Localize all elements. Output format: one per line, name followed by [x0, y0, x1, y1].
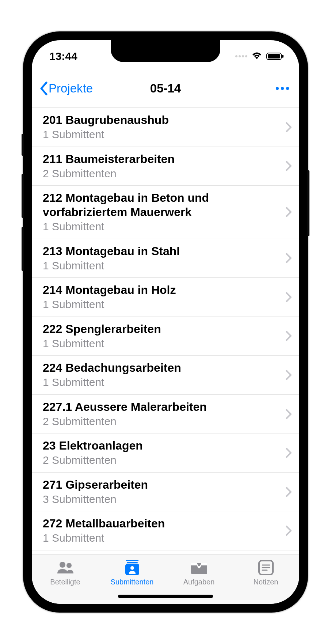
- chevron-right-icon: [285, 160, 292, 171]
- phone-side-button-right: [307, 170, 309, 236]
- people-icon: [55, 558, 76, 577]
- list[interactable]: 201 Baugrubenaushub1 Submittent211 Baume…: [32, 105, 299, 554]
- chevron-right-icon: [285, 370, 292, 380]
- chevron-right-icon: [285, 486, 292, 497]
- list-item[interactable]: 273 Schreinerarbeiten3 Submittenten: [32, 550, 299, 554]
- list-item-subtitle: 3 Submittenten: [43, 492, 285, 506]
- list-item-subtitle: 1 Submittent: [43, 220, 285, 234]
- list-item-title: 201 Baugrubenaushub: [43, 113, 285, 127]
- screen: 13:44 Pr: [32, 40, 299, 604]
- svg-rect-5: [126, 560, 138, 561]
- tab-aufgaben[interactable]: Aufgaben: [166, 558, 232, 586]
- back-button[interactable]: Projekte: [39, 81, 93, 96]
- list-item-title: 211 Baumeisterarbeiten: [43, 152, 285, 166]
- more-icon: [276, 87, 279, 90]
- list-item-subtitle: 1 Submittent: [43, 375, 285, 389]
- chevron-right-icon: [285, 253, 292, 264]
- chevron-right-icon: [285, 122, 292, 133]
- back-label: Projekte: [49, 82, 93, 95]
- tab-submittenten[interactable]: Submittenten: [99, 558, 166, 586]
- notch: [111, 40, 220, 62]
- svg-point-8: [130, 566, 134, 570]
- list-item-subtitle: 1 Submittent: [43, 298, 285, 311]
- list-item[interactable]: 214 Montagebau in Holz1 Submittent: [32, 277, 299, 317]
- contact-card-icon: [123, 558, 141, 577]
- list-item[interactable]: 211 Baumeisterarbeiten2 Submittenten: [32, 147, 299, 186]
- list-item[interactable]: 272 Metallbauarbeiten1 Submittent: [32, 511, 299, 550]
- list-item[interactable]: 227.1 Aeussere Malerarbeiten2 Submittent…: [32, 394, 299, 433]
- navigation-bar: Projekte 05-14: [32, 72, 299, 105]
- list-item-subtitle: 1 Submittent: [43, 259, 285, 273]
- tab-label: Submittenten: [111, 578, 154, 586]
- svg-point-3: [60, 562, 65, 568]
- chevron-right-icon: [285, 409, 292, 420]
- list-item-title: 224 Bedachungsarbeiten: [43, 361, 285, 375]
- list-item-title: 222 Spenglerarbeiten: [43, 322, 285, 336]
- list-item[interactable]: 23 Elektroanlagen2 Submittenten: [32, 433, 299, 472]
- status-time: 13:44: [49, 50, 77, 62]
- list-item-title: 272 Metallbauarbeiten: [43, 516, 285, 531]
- wifi-icon: [251, 52, 263, 61]
- inbox-icon: [189, 558, 209, 577]
- list-item-subtitle: 1 Submittent: [43, 128, 285, 141]
- chevron-left-icon: [39, 81, 48, 96]
- tab-label: Aufgaben: [183, 578, 215, 586]
- phone-side-buttons-left: [22, 134, 24, 280]
- list-item[interactable]: 201 Baugrubenaushub1 Submittent: [32, 107, 299, 147]
- cellular-icon: [235, 55, 247, 57]
- list-item-title: 213 Montagebau in Stahl: [43, 244, 285, 258]
- battery-icon: [266, 52, 284, 61]
- chevron-right-icon: [285, 207, 292, 217]
- list-item[interactable]: 222 Spenglerarbeiten1 Submittent: [32, 317, 299, 356]
- svg-rect-1: [268, 54, 280, 58]
- page-title: 05-14: [150, 82, 181, 95]
- svg-point-4: [66, 563, 72, 568]
- list-item-subtitle: 2 Submittenten: [43, 453, 285, 467]
- chevron-right-icon: [285, 447, 292, 458]
- tab-label: Beteiligte: [50, 578, 80, 586]
- more-button[interactable]: [276, 87, 289, 90]
- list-item[interactable]: 224 Bedachungsarbeiten1 Submittent: [32, 355, 299, 394]
- svg-rect-2: [282, 55, 284, 58]
- list-item-subtitle: 1 Submittent: [43, 531, 285, 545]
- svg-rect-6: [127, 562, 138, 563]
- list-item-title: 212 Montagebau in Beton und vorfabrizier…: [43, 191, 285, 219]
- list-item-subtitle: 2 Submittenten: [43, 414, 285, 428]
- list-item-title: 271 Gipserarbeiten: [43, 478, 285, 492]
- list-item[interactable]: 213 Montagebau in Stahl1 Submittent: [32, 239, 299, 278]
- list-item-subtitle: 1 Submittent: [43, 337, 285, 351]
- home-indicator[interactable]: [118, 595, 213, 598]
- chevron-right-icon: [285, 525, 292, 536]
- list-item[interactable]: 271 Gipserarbeiten3 Submittenten: [32, 472, 299, 511]
- chevron-right-icon: [285, 292, 292, 303]
- tab-label: Notizen: [254, 578, 278, 586]
- list-item-title: 23 Elektroanlagen: [43, 439, 285, 453]
- list-item-subtitle: 2 Submittenten: [43, 167, 285, 181]
- status-indicators: [235, 52, 284, 61]
- tab-beteiligte[interactable]: Beteiligte: [32, 558, 99, 586]
- list-item[interactable]: 212 Montagebau in Beton und vorfabrizier…: [32, 185, 299, 239]
- tab-notizen[interactable]: Notizen: [232, 558, 299, 586]
- note-icon: [258, 558, 274, 577]
- list-item-title: 227.1 Aeussere Malerarbeiten: [43, 400, 285, 414]
- phone-frame: 13:44 Pr: [23, 31, 308, 613]
- chevron-right-icon: [285, 330, 292, 341]
- list-item-title: 214 Montagebau in Holz: [43, 283, 285, 297]
